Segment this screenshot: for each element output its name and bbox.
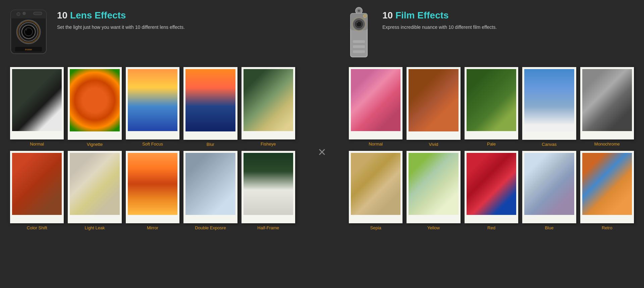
polaroid-frame (580, 67, 634, 139)
photo-label: Soft Focus (142, 141, 163, 147)
photo-image (409, 153, 458, 215)
film-r2-item-3: Blue (522, 151, 576, 231)
photo-label: Color Shift (27, 225, 47, 230)
photo-background (582, 153, 632, 215)
film-r1-item-4: Monochrome (580, 67, 634, 147)
photo-image (185, 69, 235, 131)
lens-row1: NormalVignetteSoft FocusBlurFisheye (10, 67, 295, 147)
photo-label: Normal (369, 141, 383, 147)
photo-label: Blue (545, 225, 553, 230)
lens-r1-item-4: Fisheye (241, 67, 295, 147)
film-title: 10 Film Effects (382, 10, 634, 21)
polaroid-frame (241, 151, 295, 223)
photo-label: Sepia (370, 225, 381, 230)
polaroid-frame (465, 151, 518, 223)
svg-rect-11 (34, 12, 42, 15)
photo-image (244, 153, 293, 215)
photo-image (524, 69, 574, 131)
lens-r1-item-0: Normal (10, 67, 64, 147)
film-header: 10 Film Effects Express incredible nuanc… (349, 7, 634, 60)
film-camera-image (349, 7, 376, 60)
photo-image (351, 69, 400, 131)
photo-image (467, 153, 516, 215)
photo-image (351, 153, 400, 215)
lens-section: instax 10 Lens Effects Set the light jus… (10, 7, 309, 230)
lens-row2: Color ShiftLight LeakMirrorDouble Exposr… (10, 151, 295, 231)
polaroid-frame (183, 67, 237, 140)
svg-point-22 (357, 22, 358, 23)
photo-background (128, 153, 177, 215)
polaroid-frame (349, 151, 402, 223)
photo-image (467, 69, 516, 131)
photo-image (524, 153, 574, 215)
film-r2-item-1: Yellow (407, 151, 460, 231)
x-divider: × (309, 7, 335, 230)
photo-background (524, 69, 574, 131)
photo-background (409, 153, 458, 215)
film-r1-item-2: Pale (465, 67, 518, 147)
lens-r2-item-2: Mirror (126, 151, 179, 231)
photo-background (467, 153, 516, 215)
photo-background (185, 69, 235, 131)
photo-background (524, 153, 574, 215)
photo-label: Light Leak (85, 225, 105, 230)
photo-label: Retro (602, 225, 612, 230)
photo-label: Normal (30, 141, 44, 147)
photo-label: Pale (487, 141, 496, 147)
photo-label: Vignette (87, 142, 103, 147)
photo-background (409, 69, 458, 131)
polaroid-frame (68, 67, 121, 140)
photo-label: Yellow (427, 225, 440, 230)
lens-header-text: 10 Lens Effects Set the light just how y… (57, 7, 295, 31)
main-container: instax 10 Lens Effects Set the light jus… (0, 0, 644, 237)
film-r2-item-2: Red (465, 151, 518, 231)
lens-r2-item-4: Half-Frame (241, 151, 295, 231)
lens-r2-item-0: Color Shift (10, 151, 64, 231)
photo-background (467, 69, 516, 131)
photo-label: Double Exposre (195, 225, 226, 230)
photo-background (128, 69, 177, 131)
film-section: 10 Film Effects Express incredible nuanc… (335, 7, 634, 230)
film-r1-item-3: Canvas (522, 67, 576, 147)
photo-background (351, 153, 400, 215)
svg-point-7 (25, 28, 27, 31)
svg-point-16 (358, 10, 360, 12)
svg-rect-26 (353, 50, 365, 53)
photo-image (12, 153, 62, 215)
lens-r1-item-1: Vignette (68, 67, 121, 147)
polaroid-frame (10, 67, 64, 139)
photo-label: Red (487, 225, 495, 230)
film-subtitle: Express incredible nuance with 10 differ… (382, 24, 634, 31)
film-r2-item-0: Sepia (349, 151, 402, 231)
polaroid-frame (126, 67, 179, 139)
photo-image (582, 69, 632, 131)
svg-point-10 (23, 12, 25, 15)
film-row2: SepiaYellowRedBlueRetro (349, 151, 634, 231)
photo-image (128, 153, 177, 215)
photo-background (12, 153, 62, 215)
photo-background (70, 153, 119, 215)
film-header-text: 10 Film Effects Express incredible nuanc… (382, 7, 634, 31)
film-r1-item-1: Vivid (407, 67, 460, 147)
lens-title: 10 Lens Effects (57, 10, 295, 21)
photo-background (244, 153, 293, 215)
polaroid-frame (465, 67, 518, 139)
photo-label: Monochrome (594, 141, 620, 147)
photo-image (244, 69, 293, 131)
polaroid-frame (241, 67, 295, 139)
lens-r2-item-3: Double Exposre (183, 151, 237, 231)
photo-label: Fisheye (261, 141, 276, 147)
polaroid-frame (580, 151, 634, 223)
instax-camera-image: instax (10, 7, 50, 60)
photo-background (582, 69, 632, 131)
photo-label: Canvas (542, 142, 556, 147)
lens-r1-item-3: Blur (183, 67, 237, 147)
photo-background (12, 69, 62, 131)
photo-image (12, 69, 62, 131)
photo-label: Vivid (429, 142, 438, 147)
polaroid-frame (407, 67, 460, 140)
photo-image (70, 69, 119, 131)
polaroid-frame (522, 67, 576, 140)
photo-background (70, 69, 119, 131)
lens-header: instax 10 Lens Effects Set the light jus… (10, 7, 295, 60)
